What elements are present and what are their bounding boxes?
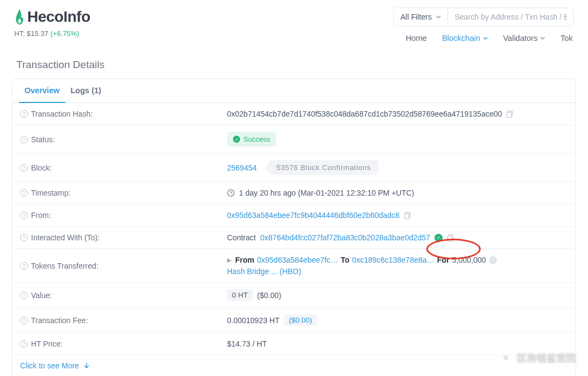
chevron-down-icon [436,15,441,19]
price-change: (+6.75%) [51,29,79,38]
row-ht-price: ?HT Price: $14.73 / HT [13,333,575,355]
help-icon[interactable]: ? [20,292,28,299]
row-status: ?Status: ✓ Success [13,125,575,154]
help-icon[interactable]: ? [20,211,28,219]
row-tx-hash: ?Transaction Hash: 0x02b71454cb7de7d1740… [13,103,575,125]
main-nav: Home Blockchain Validators Tok [406,34,574,43]
timestamp-value: 1 day 20 hrs ago (Mar-01-2021 12:32:10 P… [239,189,414,197]
tx-panel: Overview Logs (1) ?Transaction Hash: 0x0… [12,78,576,376]
filter-label: All Filters [400,13,432,21]
to-address-link[interactable]: 0x8764bd4fcc027faf72ba83c0b2028a3bae0d2d… [260,233,430,242]
block-link[interactable]: 2569454 [227,163,257,172]
tab-overview[interactable]: Overview [19,79,65,103]
help-icon[interactable]: ? [20,164,28,172]
verified-icon: ✓ [434,234,443,242]
price-value: HT: $15.37 [14,29,48,38]
row-from: ?From: 0x95d63a584ebee7fc9b4044446dbf60e… [13,204,575,227]
chevron-down-icon [483,37,488,40]
check-icon: ✓ [233,136,240,143]
copy-icon[interactable] [447,234,454,241]
token-from-link[interactable]: 0x95d63a584ebee7fc… [257,256,338,264]
flame-icon [14,8,25,26]
from-address-link[interactable]: 0x95d63a584ebee7fc9b4044446dbf60e2b60dad… [227,211,400,220]
page-title: Transaction Details [0,43,588,78]
nav-home[interactable]: Home [406,34,427,43]
svg-rect-6 [448,236,452,241]
row-tokens-transferred: ?Tokens Transferred: ▶ From 0x95d63a584e… [13,249,575,283]
help-icon[interactable]: ? [20,262,28,270]
logo[interactable]: HecoInfo [14,8,90,26]
value-amount: 0 HT [227,289,253,301]
chevron-down-icon [540,37,545,40]
confirmations-pill: 53576 Block Confirmations [269,160,379,175]
from-label: From [235,256,254,264]
copy-icon[interactable] [506,111,513,118]
search-bar: All Filters [393,8,574,26]
search-input[interactable] [448,8,573,26]
ht-price-value: $14.73 / HT [227,339,267,348]
help-icon[interactable]: ? [20,110,28,118]
price-ticker: HT: $15.37 (+6.75%) [14,29,90,38]
token-to-link[interactable]: 0xc189c6c138e78e8a… [352,256,434,264]
tab-logs[interactable]: Logs (1) [65,79,107,103]
help-icon[interactable]: ? [20,317,28,324]
arrow-down-icon [83,362,90,369]
to-prefix: Contract [227,233,256,242]
nav-blockchain[interactable]: Blockchain [442,34,488,43]
svg-rect-4 [405,214,409,219]
logo-text: HecoInfo [27,8,90,26]
clock-icon [227,189,235,197]
token-name-link[interactable]: Hash Bridge ... (HBO) [227,267,301,276]
for-label: For [437,256,450,264]
nav-tokens[interactable]: Tok [560,34,573,43]
row-fee: ?Transaction Fee: 0.00010923 HT ($0.00) [13,308,575,333]
help-icon[interactable]: ? [20,189,28,197]
see-more-toggle[interactable]: Click to see More [13,355,575,376]
svg-rect-1 [507,112,511,117]
fee-amount: 0.00010923 HT [227,316,280,325]
status-badge: ✓ Success [227,132,276,147]
help-icon[interactable]: ? [20,136,28,143]
row-value: ?Value: 0 HT ($0.00) [13,283,575,308]
row-to: ?Interacted With (To): Contract 0x8764bd… [13,227,575,249]
help-icon[interactable]: ? [20,340,28,348]
tx-hash-value: 0x02b71454cb7de7d1740f538c048da687cd1cb7… [227,110,502,118]
copy-icon[interactable] [404,212,411,219]
token-icon [489,256,497,264]
to-label: To [341,256,350,264]
value-fiat: ($0.00) [257,291,281,300]
caret-right-icon: ▶ [227,257,231,264]
tabs: Overview Logs (1) [13,79,575,103]
filter-dropdown[interactable]: All Filters [394,8,448,26]
row-block: ?Block: 2569454 53576 Block Confirmation… [13,154,575,182]
token-amount: 5,000,000 [452,256,486,264]
row-timestamp: ?Timestamp: 1 day 20 hrs ago (Mar-01-202… [13,182,575,204]
fee-fiat[interactable]: ($0.00) [284,314,317,326]
nav-validators[interactable]: Validators [503,34,545,43]
help-icon[interactable]: ? [20,234,28,241]
